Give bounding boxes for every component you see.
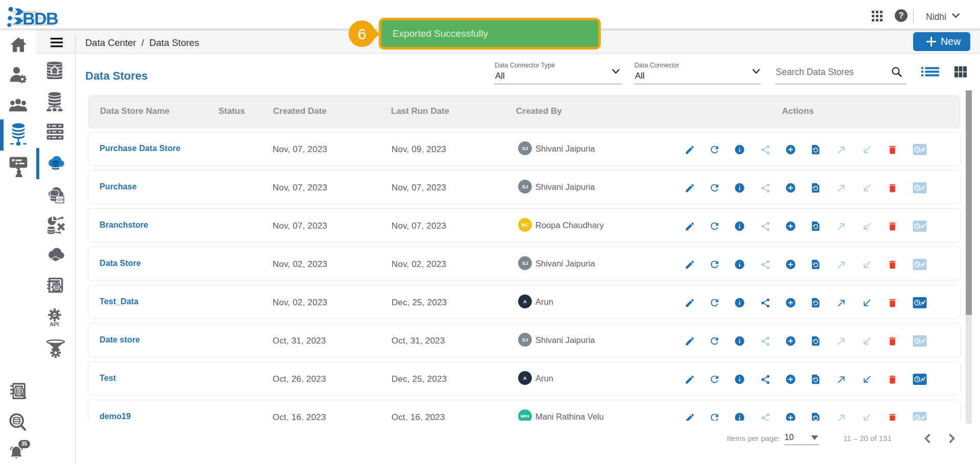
- svg-text:</>: </>: [57, 197, 64, 202]
- svg-text:API: API: [50, 321, 59, 327]
- svg-text:6: 6: [358, 26, 366, 42]
- svg-text:BDB: BDB: [22, 9, 58, 27]
